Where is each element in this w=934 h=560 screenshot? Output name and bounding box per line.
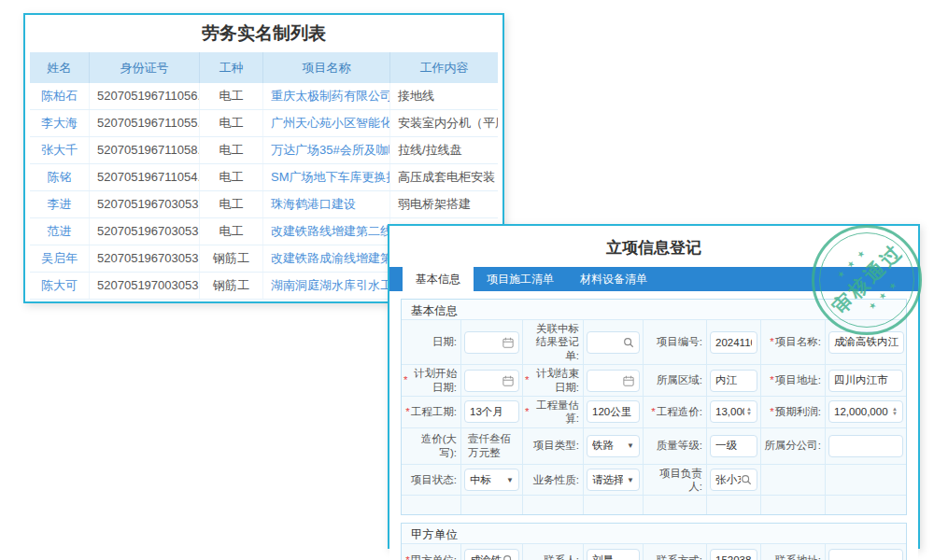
search-icon[interactable] bbox=[502, 554, 514, 560]
project-name-link[interactable]: SM广场地下车库更换摄... bbox=[263, 164, 390, 190]
col-header-work: 工作内容 bbox=[390, 52, 498, 83]
worker-job: 电工 bbox=[200, 164, 263, 190]
form-row: *计划开始日期: *计划结束日期: 所属区域: 内江 *项目地址: 四川内江市 bbox=[402, 365, 906, 397]
phone-label: 联系方式: bbox=[644, 544, 707, 560]
worker-name-link[interactable]: 陈大可 bbox=[30, 273, 90, 299]
plan-end-field[interactable] bbox=[587, 370, 640, 392]
spinner-arrows-icon[interactable]: ▲▼ bbox=[746, 407, 752, 416]
table-row: 陈铭 520705196711054... 电工 SM广场地下车库更换摄... … bbox=[30, 164, 498, 191]
worker-job: 电工 bbox=[200, 191, 263, 217]
party-unit-field[interactable]: 成渝铁路工 bbox=[464, 549, 519, 560]
worker-job: 电工 bbox=[200, 83, 263, 109]
manager-field[interactable]: 张小东 bbox=[710, 469, 757, 491]
table-row: 李大海 520705196711055... 电工 广州天心苑小区智能化... … bbox=[30, 110, 498, 137]
chevron-down-icon: ▼ bbox=[627, 476, 634, 484]
status-label: 项目状态: bbox=[402, 465, 461, 496]
calendar-icon bbox=[502, 337, 514, 348]
worker-id: 520705196711058... bbox=[90, 137, 200, 163]
tab-materials-list[interactable]: 材料设备清单 bbox=[567, 267, 660, 291]
worker-job: 电工 bbox=[200, 137, 263, 163]
worker-name-link[interactable]: 张大千 bbox=[30, 137, 90, 163]
worker-id: 520705196703053... bbox=[90, 218, 200, 245]
project-name-link[interactable]: 湖南洞庭湖水库引水工... bbox=[263, 273, 390, 299]
work-content: 安装室内分机（平层... bbox=[390, 110, 498, 136]
worker-name-link[interactable]: 陈柏石 bbox=[30, 83, 90, 109]
duration-field[interactable]: 13个月 bbox=[464, 400, 519, 423]
plan-end-label: *计划结束日期: bbox=[523, 365, 584, 396]
tab-basic-info[interactable]: 基本信息 bbox=[403, 267, 474, 291]
empty-cell bbox=[826, 465, 906, 496]
project-name-link[interactable]: 万达广场35#会所及咖啡... bbox=[263, 137, 390, 163]
bid-result-field[interactable] bbox=[587, 331, 640, 354]
work-content: 拉线/拉线盘 bbox=[390, 137, 498, 163]
worker-name-link[interactable]: 范进 bbox=[30, 218, 90, 245]
calendar-icon bbox=[502, 375, 514, 386]
plan-start-field[interactable] bbox=[464, 370, 519, 392]
table-row: 陈柏石 520705196711056... 电工 重庆太极制药有限公司... … bbox=[30, 83, 498, 110]
business-select[interactable]: 请选择▼ bbox=[587, 469, 640, 491]
project-name-link[interactable]: 重庆太极制药有限公司... bbox=[263, 83, 390, 109]
phone-field[interactable]: 15203840584 bbox=[710, 549, 757, 560]
worker-id: 520705196711056... bbox=[90, 83, 200, 109]
basic-info-section: 基本信息 日期: 关联中标结果登记单: 项目编号: 2024110017 *项目… bbox=[401, 299, 907, 515]
worker-name-link[interactable]: 吴启年 bbox=[30, 245, 90, 272]
address-label: *项目地址: bbox=[761, 365, 826, 396]
plan-start-label: *计划开始日期: bbox=[402, 365, 461, 396]
project-name-link[interactable]: 改建铁路线增建第二线... bbox=[263, 218, 390, 245]
worker-job: 钢筋工 bbox=[200, 273, 263, 299]
project-name-link[interactable]: 广州天心苑小区智能化... bbox=[263, 110, 390, 136]
labor-table-header: 姓名 身份证号 工种 项目名称 工作内容 bbox=[30, 52, 498, 83]
manager-label: 项目负责人: bbox=[644, 465, 707, 496]
calendar-icon bbox=[623, 375, 634, 386]
date-field[interactable] bbox=[464, 331, 519, 354]
col-header-id: 身份证号 bbox=[90, 52, 200, 83]
cost-label: *工程造价: bbox=[644, 397, 707, 427]
contact-addr-label: 联系地址: bbox=[761, 544, 826, 560]
type-label: 项目类型: bbox=[523, 428, 584, 464]
region-label: 所属区域: bbox=[644, 365, 707, 396]
worker-name-link[interactable]: 李进 bbox=[30, 191, 90, 217]
project-no-field[interactable]: 2024110017 bbox=[710, 331, 757, 354]
tab-construction-list[interactable]: 项目施工清单 bbox=[474, 267, 567, 291]
section-title: 基本信息 bbox=[402, 300, 906, 320]
address-field[interactable]: 四川内江市 bbox=[828, 370, 903, 392]
region-field[interactable]: 内江 bbox=[710, 370, 757, 392]
party-unit-section: 甲方单位 *甲方单位: 成渝铁路工 联系人: 刘晨 联系方式: 15203840… bbox=[401, 523, 907, 560]
project-name-link[interactable]: 珠海鹤港口建设 bbox=[263, 191, 390, 217]
project-name-link[interactable]: 改建铁路成渝线增建第... bbox=[263, 245, 390, 272]
cost-caps-value: 壹仟叁佰万元整 bbox=[464, 430, 519, 462]
project-name-field[interactable]: 成渝高铁内江 bbox=[828, 331, 904, 354]
worker-id: 520705196703053... bbox=[90, 191, 200, 217]
table-row: 张大千 520705196711058... 电工 万达广场35#会所及咖啡..… bbox=[30, 137, 498, 164]
profit-stepper[interactable]: 12,000,000▲▼ bbox=[828, 400, 903, 423]
search-icon[interactable] bbox=[623, 337, 634, 348]
contact-addr-field[interactable] bbox=[828, 549, 903, 560]
cost-stepper[interactable]: 13,000,000▲▼ bbox=[710, 400, 757, 423]
quantity-label: *工程量估算: bbox=[523, 397, 584, 427]
form-title: 立项信息登记 bbox=[389, 226, 918, 267]
col-header-project: 项目名称 bbox=[263, 52, 390, 83]
status-select[interactable]: 中标▼ bbox=[464, 469, 519, 491]
branch-field[interactable] bbox=[828, 435, 903, 457]
form-tab-bar: 基本信息 项目施工清单 材料设备清单 bbox=[389, 267, 918, 291]
business-label: 业务性质: bbox=[523, 465, 584, 496]
type-select[interactable]: 铁路▼ bbox=[587, 435, 640, 457]
worker-id: 520705196711055... bbox=[90, 110, 200, 136]
worker-job: 钢筋工 bbox=[200, 245, 263, 272]
quality-field[interactable]: 一级 bbox=[710, 435, 757, 457]
col-header-name: 姓名 bbox=[30, 52, 90, 83]
labor-list-title: 劳务实名制列表 bbox=[25, 15, 502, 52]
quantity-field[interactable]: 120公里 bbox=[587, 400, 640, 423]
spinner-arrows-icon[interactable]: ▲▼ bbox=[892, 407, 898, 416]
contact-field[interactable]: 刘晨 bbox=[587, 549, 640, 560]
project-no-label: 项目编号: bbox=[644, 320, 707, 364]
form-row: *工程工期: 13个月 *工程量估算: 120公里 *工程造价: 13,000,… bbox=[402, 397, 906, 428]
search-icon[interactable] bbox=[741, 474, 752, 485]
worker-name-link[interactable]: 李大海 bbox=[30, 110, 90, 136]
project-name-label: *项目名称: bbox=[761, 320, 826, 364]
worker-name-link[interactable]: 陈铭 bbox=[30, 164, 90, 190]
table-row: 李进 520705196703053... 电工 珠海鹤港口建设 弱电桥架搭建 bbox=[30, 191, 498, 218]
date-label: 日期: bbox=[402, 320, 461, 364]
col-header-job: 工种 bbox=[200, 52, 263, 83]
worker-id: 520705196703053... bbox=[90, 245, 200, 272]
